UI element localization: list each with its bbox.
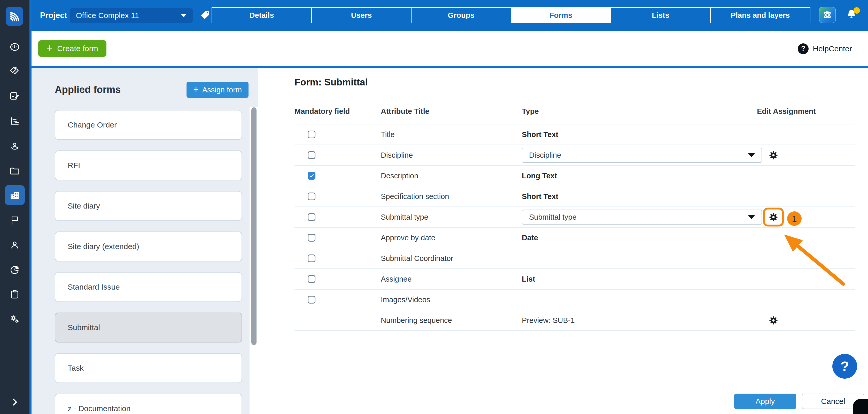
form-card[interactable]: RFI — [55, 150, 242, 180]
sidebar-item-settings[interactable] — [5, 309, 25, 329]
form-card[interactable]: Task — [55, 353, 242, 383]
attribute-title: Images/Videos — [381, 296, 430, 304]
form-editor-panel: Form: Submittal Mandatory field Attribut… — [258, 68, 868, 414]
attribute-title: Submittal type — [381, 213, 428, 221]
attribute-title: Approve by date — [381, 234, 435, 242]
sidebar-item-resources[interactable] — [5, 136, 25, 156]
type-dropdown-value: Submittal type — [529, 213, 577, 221]
mandatory-checkbox[interactable] — [308, 193, 315, 200]
form-card[interactable]: Site diary — [55, 191, 242, 221]
attribute-title: Description — [381, 172, 418, 180]
edit-assignment-gear-button[interactable] — [763, 311, 784, 330]
column-header-mandatory: Mandatory field — [294, 107, 350, 115]
sidebar-item-dashboard[interactable] — [5, 37, 25, 57]
chevron-down-icon — [181, 14, 187, 17]
app-logo[interactable] — [6, 7, 23, 26]
attribute-title: Numbering sequence — [381, 316, 452, 325]
column-header-type: Type — [522, 107, 539, 115]
create-form-button[interactable]: + Create form — [38, 40, 106, 57]
footer-divider — [278, 388, 868, 388]
scrollbar-track[interactable] — [250, 107, 258, 414]
form-card-label: Site diary (extended) — [68, 242, 139, 251]
mandatory-checkbox[interactable] — [308, 275, 315, 283]
sidebar-item-analytics[interactable] — [5, 260, 25, 280]
notifications-button[interactable] — [845, 8, 860, 23]
assign-form-button[interactable]: + Assign form — [187, 82, 249, 98]
tag-icon-glyph — [200, 10, 210, 20]
gear-icon — [768, 212, 779, 222]
apply-button[interactable]: Apply — [734, 393, 796, 409]
assign-form-label: Assign form — [202, 86, 242, 94]
sidebar-item-contacts[interactable] — [5, 235, 25, 255]
sidebar-item-checklists[interactable] — [5, 284, 25, 304]
tab-groups[interactable]: Groups — [411, 7, 511, 23]
attribute-row: DisciplineDiscipline — [294, 145, 855, 166]
tab-forms[interactable]: Forms — [511, 7, 611, 23]
sidebar-item-projects[interactable] — [5, 185, 25, 205]
create-form-label: Create form — [57, 44, 98, 53]
type-value: Short Text — [522, 130, 558, 139]
mandatory-checkbox[interactable] — [308, 213, 315, 221]
help-center-label: HelpCenter — [813, 44, 852, 53]
sidebar-expand-button[interactable] — [5, 392, 25, 412]
building-icon — [9, 189, 21, 201]
tab-details[interactable]: Details — [212, 7, 312, 23]
attribute-row: DescriptionLong Text — [294, 166, 855, 186]
floating-help-button[interactable]: ? — [832, 354, 857, 379]
form-card[interactable]: z - Documentation — [55, 393, 242, 414]
plus-icon: + — [193, 85, 199, 94]
form-card[interactable]: Site diary (extended) — [55, 232, 242, 262]
gauge-icon — [9, 41, 20, 53]
chevron-down-icon — [748, 215, 755, 219]
attribute-row: Numbering sequencePreview: SUB-1 — [294, 310, 855, 331]
attribute-row: Submittal typeSubmittal type — [294, 207, 855, 228]
attribute-title: Title — [381, 130, 395, 139]
clipboard-icon — [9, 289, 20, 300]
attribute-row: TitleShort Text — [294, 125, 855, 145]
gear-icon — [768, 150, 779, 160]
tab-plans-and-layers[interactable]: Plans and layers — [710, 7, 810, 23]
mandatory-checkbox[interactable] — [308, 151, 315, 159]
mandatory-checkbox[interactable] — [308, 296, 315, 304]
sidebar-item-documents[interactable] — [5, 161, 25, 181]
form-card[interactable]: Standard Issue — [55, 272, 242, 302]
mandatory-checkbox[interactable] — [308, 234, 315, 242]
tag-icon[interactable] — [200, 10, 210, 21]
attribute-row: Images/Videos — [294, 289, 855, 310]
form-card-label: Change Order — [68, 120, 117, 129]
tab-users[interactable]: Users — [311, 7, 411, 23]
chevron-right-icon — [10, 397, 20, 407]
mandatory-checkbox[interactable] — [308, 131, 315, 138]
chevron-down-icon — [748, 153, 755, 157]
applied-forms-panel: Applied forms + Assign form Change Order… — [32, 68, 258, 414]
app-window: Project Office Complex 11 DetailsUsersGr… — [0, 0, 868, 414]
sidebar-item-milestones[interactable] — [5, 210, 25, 230]
attributes-table: Mandatory field Attribute Title Type Edi… — [294, 98, 855, 331]
sidebar-item-forms[interactable] — [5, 86, 25, 106]
pie-chart-icon — [9, 265, 20, 275]
tab-lists[interactable]: Lists — [611, 7, 711, 23]
form-card[interactable]: Change Order — [55, 110, 242, 140]
form-card-label: Submittal — [68, 323, 100, 332]
form-edit-icon — [9, 91, 20, 102]
attributes-table-header: Mandatory field Attribute Title Type Edi… — [294, 98, 855, 125]
top-header: Project Office Complex 11 DetailsUsersGr… — [32, 0, 868, 31]
scrollbar-thumb[interactable] — [251, 107, 256, 345]
sidebar-item-reports[interactable] — [5, 111, 25, 131]
type-dropdown-value: Discipline — [529, 151, 561, 160]
mandatory-checkbox[interactable] — [308, 172, 315, 180]
type-dropdown[interactable]: Discipline — [522, 148, 762, 163]
attribute-title: Assignee — [381, 275, 411, 283]
type-dropdown[interactable]: Submittal type — [522, 210, 762, 225]
mandatory-checkbox[interactable] — [308, 254, 315, 262]
sidebar-item-tags[interactable] — [5, 61, 25, 81]
app-switcher-button[interactable] — [819, 7, 836, 23]
edit-assignment-gear-button[interactable] — [763, 146, 784, 165]
screen-corner-overlay — [853, 399, 868, 414]
help-center-link[interactable]: ? HelpCenter — [798, 43, 852, 54]
project-dropdown[interactable]: Office Complex 11 — [70, 8, 193, 23]
attributes-table-body: TitleShort TextDisciplineDisciplineDescr… — [294, 125, 855, 331]
edit-assignment-gear-button-highlighted[interactable] — [763, 208, 784, 227]
form-editor-title: Form: Submittal — [294, 77, 368, 88]
form-card[interactable]: Submittal — [55, 313, 242, 343]
